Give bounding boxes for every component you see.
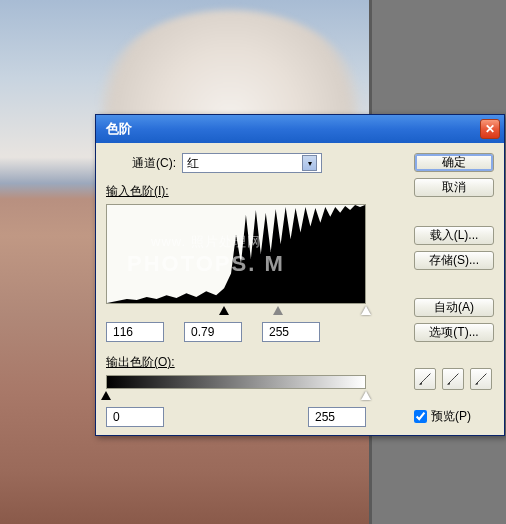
dialog-titlebar[interactable]: 色阶 ✕ <box>96 115 504 143</box>
output-white-field[interactable]: 255 <box>308 407 366 427</box>
eyedropper-gray[interactable] <box>442 368 464 390</box>
output-slider-track[interactable] <box>106 391 366 401</box>
levels-dialog: 色阶 ✕ 通道(C): 红 ▾ 输入色阶(I): www. 照片处理网 PH <box>95 114 505 436</box>
load-button[interactable]: 载入(L)... <box>414 226 494 245</box>
preview-label: 预览(P) <box>431 408 471 425</box>
eyedropper-icon <box>418 372 432 386</box>
input-white-field[interactable]: 255 <box>262 322 320 342</box>
input-levels-label: 输入色阶(I): <box>106 183 406 200</box>
button-panel: 确定 取消 载入(L)... 存储(S)... 自动(A) 选项(T)... <box>414 153 494 425</box>
black-point-slider[interactable] <box>219 306 229 315</box>
gamma-slider[interactable] <box>273 306 283 315</box>
channel-row: 通道(C): 红 ▾ <box>106 153 406 173</box>
output-levels-label: 输出色阶(O): <box>106 354 406 371</box>
close-icon: ✕ <box>485 122 495 136</box>
output-black-field[interactable]: 0 <box>106 407 164 427</box>
channel-label: 通道(C): <box>132 155 176 172</box>
spacer <box>414 203 494 220</box>
input-values-row: 116 0.79 255 <box>106 322 406 342</box>
eyedropper-group <box>414 368 494 390</box>
eyedropper-icon <box>446 372 460 386</box>
options-button[interactable]: 选项(T)... <box>414 323 494 342</box>
eyedropper-icon <box>474 372 488 386</box>
spacer <box>414 276 494 293</box>
save-button[interactable]: 存储(S)... <box>414 251 494 270</box>
output-gradient <box>106 375 366 389</box>
input-slider-track[interactable] <box>106 306 366 316</box>
dialog-title: 色阶 <box>100 120 480 138</box>
output-values-row: 0 255 <box>106 407 366 427</box>
preview-checkbox[interactable] <box>414 410 427 423</box>
eyedropper-black[interactable] <box>414 368 436 390</box>
input-gamma-field[interactable]: 0.79 <box>184 322 242 342</box>
channel-select[interactable]: 红 ▾ <box>182 153 322 173</box>
cancel-button[interactable]: 取消 <box>414 178 494 197</box>
chevron-down-icon: ▾ <box>302 155 317 171</box>
preview-row: 预览(P) <box>414 408 494 425</box>
eyedropper-white[interactable] <box>470 368 492 390</box>
input-black-field[interactable]: 116 <box>106 322 164 342</box>
output-white-slider[interactable] <box>361 391 371 400</box>
white-point-slider[interactable] <box>361 306 371 315</box>
histogram-svg <box>107 205 365 303</box>
close-button[interactable]: ✕ <box>480 119 500 139</box>
histogram: www. 照片处理网 PHOTOPS. M <box>106 204 366 304</box>
ok-button[interactable]: 确定 <box>414 153 494 172</box>
output-black-slider[interactable] <box>101 391 111 400</box>
dialog-body: 通道(C): 红 ▾ 输入色阶(I): www. 照片处理网 PHOTOPS. … <box>96 143 504 435</box>
auto-button[interactable]: 自动(A) <box>414 298 494 317</box>
channel-value: 红 <box>187 155 199 172</box>
left-panel: 通道(C): 红 ▾ 输入色阶(I): www. 照片处理网 PHOTOPS. … <box>106 153 414 425</box>
